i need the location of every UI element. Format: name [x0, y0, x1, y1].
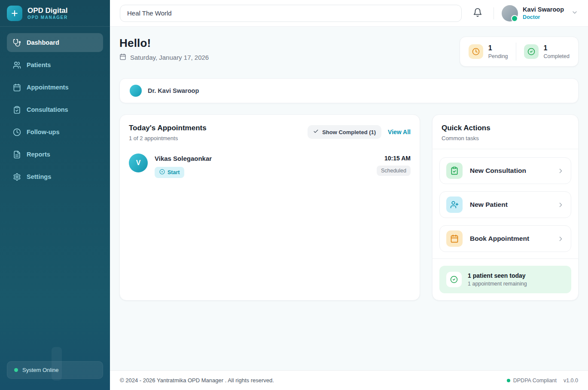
summary-subtitle: 1 appointment remaining [468, 281, 527, 287]
hero-row: Hello! Saturday, January 17, 2026 [119, 37, 579, 67]
clock-icon [13, 128, 21, 136]
user-menu[interactable]: Kavi Swaroop Doctor [502, 5, 578, 21]
chevron-right-icon [557, 167, 564, 175]
sidebar-item-appointments[interactable]: Appointments [7, 78, 103, 97]
avatar [502, 5, 518, 21]
sidebar-item-label: Patients [27, 61, 51, 68]
cards-row: Today's Appointments 1 of 2 appointments… [119, 114, 579, 301]
bell-icon [473, 8, 482, 18]
sidebar: OPD Digital OPD MANAGER Dashboard Patien… [0, 0, 110, 390]
patient-name: Vikas Solegaonkar [155, 155, 370, 162]
action-label: Book Appointment [470, 235, 550, 243]
sidebar-item-dashboard[interactable]: Dashboard [7, 33, 103, 52]
gear-icon [13, 173, 21, 181]
sidebar-item-patients[interactable]: Patients [7, 55, 103, 74]
appointment-meta: 10:15 AM Scheduled [377, 154, 411, 178]
sidebar-item-label: Reports [27, 151, 50, 158]
clipboard-check-icon [13, 106, 21, 114]
stats-divider [516, 43, 516, 61]
sidebar-nav: Dashboard Patients Appointments Consulta… [0, 27, 110, 193]
new-patient-button[interactable]: New Patient [439, 191, 571, 218]
quick-actions-footer: 1 patient seen today 1 appointment remai… [433, 258, 578, 300]
stat-pending: 1 Pending [469, 44, 508, 59]
main-area: Kavi Swaroop Doctor Hello! Saturday, Jan… [110, 0, 588, 390]
appointment-main: Vikas Solegaonkar Start [155, 154, 370, 178]
app-subtitle: OPD MANAGER [27, 15, 68, 20]
stethoscope-icon [13, 39, 21, 47]
current-date: Saturday, January 17, 2026 [130, 54, 209, 61]
doctor-name: Dr. Kavi Swaroop [148, 87, 199, 94]
brand: OPD Digital OPD MANAGER [0, 0, 110, 27]
page-title: Hello! [119, 37, 209, 50]
sidebar-item-label: Appointments [27, 84, 68, 91]
user-name: Kavi Swaroop [523, 6, 564, 13]
sidebar-item-reports[interactable]: Reports [7, 145, 103, 164]
action-label: New Patient [470, 201, 550, 209]
appointments-title: Today's Appointments [129, 124, 207, 132]
sidebar-item-label: Dashboard [27, 39, 59, 46]
file-text-icon [13, 150, 21, 159]
show-completed-label: Show Completed (1) [322, 129, 376, 135]
online-dot-icon [14, 368, 18, 372]
start-button[interactable]: Start [155, 167, 184, 178]
stat-text: 1 Completed [544, 44, 570, 59]
calendar-icon [446, 230, 463, 247]
chevron-down-icon [571, 9, 578, 18]
topbar-divider [494, 7, 494, 19]
stat-label: Pending [488, 53, 508, 59]
quick-actions-subtitle: Common tasks [442, 135, 569, 141]
notifications-button[interactable] [469, 5, 486, 21]
stat-label: Completed [544, 53, 570, 59]
view-all-link[interactable]: View All [388, 129, 411, 135]
stat-value: 1 [544, 44, 570, 52]
greeting-block: Hello! Saturday, January 17, 2026 [119, 37, 209, 61]
users-icon [13, 61, 21, 69]
calendar-icon [13, 83, 21, 92]
clipboard-check-icon [446, 163, 463, 179]
sidebar-item-label: Consultations [27, 106, 68, 113]
stat-value: 1 [488, 44, 508, 52]
summary-text: 1 patient seen today 1 appointment remai… [468, 272, 527, 287]
app-version: v1.0.0 [564, 378, 578, 384]
search-input[interactable] [120, 5, 462, 22]
user-info: Kavi Swaroop Doctor [523, 6, 564, 20]
appointments-subtitle: 1 of 2 appointments [129, 135, 207, 141]
system-status-label: System Online [22, 367, 59, 373]
appointment-row[interactable]: V Vikas Solegaonkar Start 10:15 AM [129, 154, 411, 178]
summary-banner: 1 patient seen today 1 appointment remai… [439, 266, 571, 293]
chevron-right-icon [557, 235, 564, 243]
sidebar-item-label: Follow-ups [27, 129, 60, 135]
user-plus-icon [446, 197, 463, 213]
check-circle-icon [446, 272, 462, 287]
doctor-card[interactable]: Dr. Kavi Swaroop [119, 78, 579, 103]
stat-text: 1 Pending [488, 44, 508, 59]
appointment-time: 10:15 AM [377, 155, 411, 162]
appointments-header: Today's Appointments 1 of 2 appointments… [129, 124, 411, 141]
new-consultation-button[interactable]: New Consultation [439, 157, 571, 184]
app-logo-icon [7, 6, 22, 21]
circle-dot-icon [159, 169, 165, 176]
summary-title: 1 patient seen today [468, 272, 527, 279]
user-role: Doctor [523, 14, 564, 20]
dashboard-content: Hello! Saturday, January 17, 2026 [110, 27, 588, 370]
footer: © 2024 - 2026 Yantratmika OPD Manager . … [110, 370, 588, 390]
sidebar-item-settings[interactable]: Settings [7, 167, 103, 186]
app-title: OPD Digital [27, 6, 68, 15]
sidebar-item-consultations[interactable]: Consultations [7, 100, 103, 119]
compliance-label: DPDPA Compliant [513, 378, 557, 384]
sidebar-item-followups[interactable]: Follow-ups [7, 123, 103, 141]
system-status: System Online [7, 361, 103, 379]
patient-avatar: V [129, 154, 148, 172]
quick-actions-header: Quick Actions Common tasks [433, 115, 578, 149]
show-completed-button[interactable]: Show Completed (1) [308, 125, 381, 139]
doctor-avatar [130, 85, 142, 97]
quick-actions-title: Quick Actions [442, 124, 569, 132]
book-appointment-button[interactable]: Book Appointment [439, 225, 571, 252]
start-button-label: Start [168, 169, 180, 175]
stats-card: 1 Pending 1 Completed [460, 37, 579, 67]
action-label: New Consultation [470, 167, 550, 175]
quick-actions-list: New Consultation New Patient [433, 149, 578, 252]
stat-completed: 1 Completed [524, 44, 570, 59]
appointments-header-actions: Show Completed (1) View All [308, 125, 411, 139]
appointments-title-block: Today's Appointments 1 of 2 appointments [129, 124, 207, 141]
